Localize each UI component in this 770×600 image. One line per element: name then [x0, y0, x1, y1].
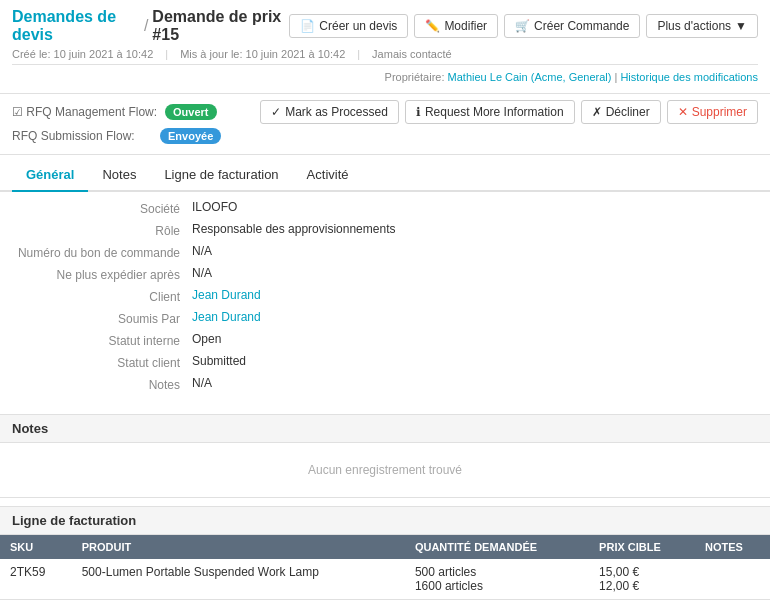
- submitted-by-value: Jean Durand: [192, 310, 758, 324]
- created-meta: Créé le: 10 juin 2021 à 10:42: [12, 48, 153, 60]
- form-row-client: Client Jean Durand: [12, 288, 758, 304]
- form-row-submitted: Soumis Par Jean Durand: [12, 310, 758, 326]
- rfq-management-status: Ouvert: [165, 104, 216, 120]
- internal-status-value: Open: [192, 332, 758, 346]
- never-contacted: Jamais contacté: [372, 48, 451, 60]
- tab-general[interactable]: Général: [12, 159, 88, 192]
- quantity-1: 500 articles: [415, 565, 579, 579]
- mark-processed-button[interactable]: ✓ Mark as Processed: [260, 100, 399, 124]
- rfq-submission-label: RFQ Submission Flow:: [12, 129, 152, 143]
- form-row-role: Rôle Responsable des approvisionnements: [12, 222, 758, 238]
- breadcrumb-separator: /: [144, 17, 148, 35]
- updated-meta: Mis à jour le: 10 juin 2021 à 10:42: [180, 48, 345, 60]
- edit-icon: ✏️: [425, 19, 440, 33]
- price-2: 12,00 €: [599, 579, 685, 593]
- client-label: Client: [12, 288, 192, 304]
- owner-label: Propriétaire:: [385, 71, 445, 83]
- meta-row: Créé le: 10 juin 2021 à 10:42 | Mis à jo…: [12, 48, 758, 65]
- rfq-submission-status: Envoyée: [160, 128, 221, 144]
- quantity-2: 1600 articles: [415, 579, 579, 593]
- col-sku: SKU: [0, 535, 72, 559]
- no-ship-value: N/A: [192, 266, 758, 280]
- file-icon: 📄: [300, 19, 315, 33]
- submitted-by-label: Soumis Par: [12, 310, 192, 326]
- col-product: PRODUIT: [72, 535, 405, 559]
- breadcrumb: Demandes de devis / Demande de prix #15: [12, 8, 289, 44]
- owner-link[interactable]: Mathieu Le Cain (Acme, General): [448, 71, 612, 83]
- table-body: 2TK59 500-Lumen Portable Suspended Work …: [0, 559, 770, 600]
- flow-section: ☑ RFQ Management Flow: Ouvert ✓ Mark as …: [0, 94, 770, 155]
- more-actions-button[interactable]: Plus d'actions ▼: [646, 14, 758, 38]
- notes-field-label: Notes: [12, 376, 192, 392]
- notes-section-header: Notes: [0, 414, 770, 443]
- tabs: Général Notes Ligne de facturation Activ…: [0, 159, 770, 192]
- create-order-button[interactable]: 🛒 Créer Commande: [504, 14, 640, 38]
- cart-icon: 🛒: [515, 19, 530, 33]
- cell-notes: [695, 559, 770, 600]
- col-notes: NOTES: [695, 535, 770, 559]
- role-value: Responsable des approvisionnements: [192, 222, 758, 236]
- header-actions: 📄 Créer un devis ✏️ Modifier 🛒 Créer Com…: [289, 14, 758, 38]
- form-row-no-ship: Ne plus expédier après N/A: [12, 266, 758, 282]
- delete-icon: ✕: [678, 105, 688, 119]
- submitted-by-link[interactable]: Jean Durand: [192, 310, 261, 324]
- form-row-internal-status: Statut interne Open: [12, 332, 758, 348]
- form-row-societe: Société ILOOFO: [12, 200, 758, 216]
- form-row-notes: Notes N/A: [12, 376, 758, 392]
- societe-value: ILOOFO: [192, 200, 758, 214]
- role-label: Rôle: [12, 222, 192, 238]
- breadcrumb-current: Demande de prix #15: [152, 8, 289, 44]
- rfq-management-row: ☑ RFQ Management Flow: Ouvert ✓ Mark as …: [12, 100, 758, 124]
- client-link[interactable]: Jean Durand: [192, 288, 261, 302]
- cell-sku: 2TK59: [0, 559, 72, 600]
- checkbox-icon: ☑: [12, 105, 23, 119]
- chevron-down-icon: ▼: [735, 19, 747, 33]
- table-row: 2TK59 500-Lumen Portable Suspended Work …: [0, 559, 770, 600]
- form-row-client-status: Statut client Submitted: [12, 354, 758, 370]
- breadcrumb-parent[interactable]: Demandes de devis: [12, 8, 140, 44]
- price-1: 15,00 €: [599, 565, 685, 579]
- form-section: Société ILOOFO Rôle Responsable des appr…: [0, 192, 770, 406]
- cell-product: 500-Lumen Portable Suspended Work Lamp: [72, 559, 405, 600]
- history-link[interactable]: Historique des modifications: [620, 71, 758, 83]
- billing-table: SKU PRODUIT QUANTITÉ DEMANDÉE PRIX CIBLE…: [0, 535, 770, 600]
- no-ship-label: Ne plus expédier après: [12, 266, 192, 282]
- notes-empty-message: Aucun enregistrement trouvé: [0, 443, 770, 498]
- order-num-value: N/A: [192, 244, 758, 258]
- tab-notes[interactable]: Notes: [88, 159, 150, 192]
- order-num-label: Numéro du bon de commande: [12, 244, 192, 260]
- check-icon: ✓: [271, 105, 281, 119]
- col-quantity: QUANTITÉ DEMANDÉE: [405, 535, 589, 559]
- info-icon: ℹ: [416, 105, 421, 119]
- create-quote-button[interactable]: 📄 Créer un devis: [289, 14, 408, 38]
- billing-section: Ligne de facturation SKU PRODUIT QUANTIT…: [0, 506, 770, 600]
- decline-button[interactable]: ✗ Décliner: [581, 100, 661, 124]
- modify-button[interactable]: ✏️ Modifier: [414, 14, 498, 38]
- form-row-order-num: Numéro du bon de commande N/A: [12, 244, 758, 260]
- table-head: SKU PRODUIT QUANTITÉ DEMANDÉE PRIX CIBLE…: [0, 535, 770, 559]
- client-status-value: Submitted: [192, 354, 758, 368]
- societe-label: Société: [12, 200, 192, 216]
- page-header: Demandes de devis / Demande de prix #15 …: [0, 0, 770, 94]
- billing-section-header: Ligne de facturation: [0, 506, 770, 535]
- notes-field-value: N/A: [192, 376, 758, 390]
- decline-icon: ✗: [592, 105, 602, 119]
- tab-billing-line[interactable]: Ligne de facturation: [150, 159, 292, 192]
- cell-price: 15,00 € 12,00 €: [589, 559, 695, 600]
- rfq-submission-row: RFQ Submission Flow: Envoyée: [12, 128, 758, 144]
- col-price: PRIX CIBLE: [589, 535, 695, 559]
- request-info-button[interactable]: ℹ Request More Information: [405, 100, 575, 124]
- rfq-management-label: ☑ RFQ Management Flow:: [12, 105, 157, 119]
- cell-quantity: 500 articles 1600 articles: [405, 559, 589, 600]
- internal-status-label: Statut interne: [12, 332, 192, 348]
- delete-button[interactable]: ✕ Supprimer: [667, 100, 758, 124]
- client-status-label: Statut client: [12, 354, 192, 370]
- client-value: Jean Durand: [192, 288, 758, 302]
- tab-activity[interactable]: Activité: [293, 159, 363, 192]
- owner-row: Propriétaire: Mathieu Le Cain (Acme, Gen…: [12, 69, 758, 85]
